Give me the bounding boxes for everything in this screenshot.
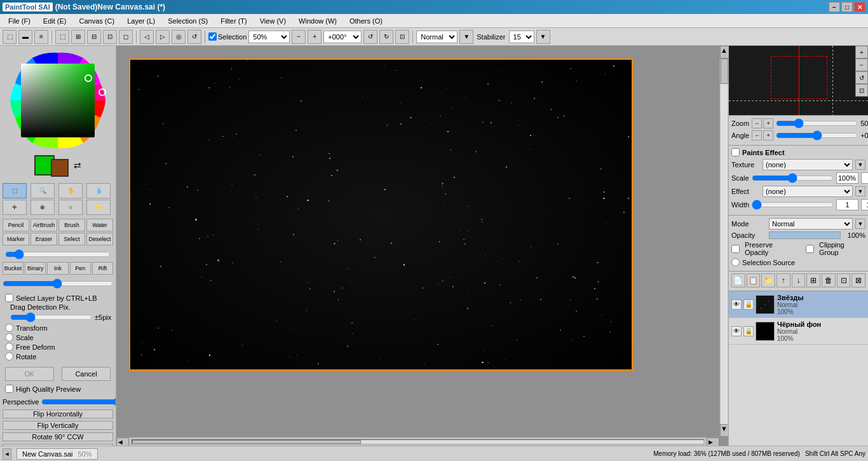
layer-item-stars[interactable]: 👁 🔒 Звёзды Normal 100% xyxy=(729,291,868,318)
marker-btn[interactable]: Marker xyxy=(3,233,29,245)
eraser-btn[interactable]: Eraser xyxy=(31,233,57,245)
pen-btn[interactable]: Pen xyxy=(70,262,91,275)
toolbar-btn-1[interactable]: ⬚ xyxy=(3,30,17,44)
nav-reset-btn[interactable]: ⊡ xyxy=(855,84,868,97)
scroll-h-track[interactable] xyxy=(132,439,704,444)
scroll-h-thumb[interactable] xyxy=(132,440,361,444)
lasso-tool-btn[interactable]: ○ xyxy=(58,200,83,215)
pencil-btn[interactable]: Pencil xyxy=(3,219,29,231)
scale-num-input[interactable]: 20 xyxy=(861,172,868,184)
canvas-tab[interactable]: New Canvas.sai 50% xyxy=(17,448,98,460)
water-btn[interactable]: Water xyxy=(86,219,113,231)
binary-btn[interactable]: Binary xyxy=(25,262,46,275)
width-slider[interactable] xyxy=(752,200,834,210)
merge-layers-btn[interactable]: ⊞ xyxy=(806,273,820,287)
toolbar-btn-7[interactable]: ⊡ xyxy=(103,30,117,44)
rotate-left-btn[interactable]: ↺ xyxy=(363,30,377,44)
rotate-radio[interactable] xyxy=(5,352,13,361)
menu-selection[interactable]: Selection (S) xyxy=(162,15,214,27)
canvas-scroll-container[interactable] xyxy=(116,46,728,446)
zoom-in-btn[interactable]: + xyxy=(763,118,773,128)
scale-slider[interactable] xyxy=(752,173,834,183)
mode-select[interactable]: Normal xyxy=(769,218,853,230)
nav-zoom-in-btn[interactable]: + xyxy=(855,46,868,58)
color-wheel[interactable] xyxy=(7,50,109,151)
layer-down-btn[interactable]: ↓ xyxy=(792,273,806,287)
zoom-out-btn[interactable]: − xyxy=(752,118,762,128)
perspective-slider[interactable] xyxy=(41,397,116,407)
brush-slider-2[interactable] xyxy=(3,279,113,289)
rotate-cw-button[interactable]: Rotate 90° CW xyxy=(3,444,113,446)
toolbar-btn-5[interactable]: ⊞ xyxy=(71,30,85,44)
width-input[interactable]: 1 xyxy=(836,199,858,210)
rotate-right-btn[interactable]: ↻ xyxy=(379,30,393,44)
rotate-ccw-button[interactable]: Rotate 90° CCW xyxy=(3,432,113,441)
reset-view-btn[interactable]: ⊡ xyxy=(395,30,409,44)
layer-lock-stars[interactable]: 🔒 xyxy=(743,299,754,310)
airbrush-btn[interactable]: AirBrush xyxy=(31,219,57,231)
angle-slider[interactable] xyxy=(776,130,858,141)
toolbar-btn-4[interactable]: ⬚ xyxy=(55,30,69,44)
toolbar-btn-12[interactable]: ↺ xyxy=(187,30,201,44)
paints-effect-checkbox[interactable] xyxy=(731,148,740,156)
status-arrow-left[interactable]: ◄ xyxy=(3,448,11,460)
swap-colors-icon[interactable]: ⇄ xyxy=(74,160,81,170)
effect-select[interactable]: (none) xyxy=(763,186,853,197)
menu-layer[interactable]: Layer (L) xyxy=(121,15,161,27)
transform-radio[interactable] xyxy=(5,324,13,332)
toolbar-btn-8[interactable]: ◻ xyxy=(119,30,133,44)
scroll-v-thumb[interactable] xyxy=(721,58,728,84)
layer-up-btn[interactable]: ↑ xyxy=(776,273,790,287)
main-canvas[interactable] xyxy=(129,58,633,371)
toolbar-btn-3[interactable]: ≡ xyxy=(34,30,48,44)
high-quality-checkbox[interactable] xyxy=(5,385,13,393)
clipping-group-checkbox[interactable] xyxy=(806,245,814,253)
toolbar-btn-10[interactable]: ▷ xyxy=(156,30,170,44)
ink-btn[interactable]: Ink xyxy=(47,262,68,275)
stabilizer-btn[interactable]: ▼ xyxy=(536,30,550,44)
layer-eye-stars[interactable]: 👁 xyxy=(731,299,742,310)
delete-layer-btn[interactable]: 🗑 xyxy=(822,273,836,287)
stabilizer-select[interactable]: 15 xyxy=(509,31,534,43)
cancel-button[interactable]: Cancel xyxy=(62,367,111,381)
scroll-right-btn[interactable]: ► xyxy=(707,437,719,446)
dropper-tool-btn[interactable]: 💧 xyxy=(86,183,111,198)
wand-tool-btn[interactable]: ⭐ xyxy=(86,200,111,215)
scroll-up-btn[interactable]: ▲ xyxy=(720,46,728,58)
menu-filter[interactable]: Filter (T) xyxy=(215,15,253,27)
select-by-ctrl-checkbox[interactable] xyxy=(5,294,13,302)
zoom-plus-btn[interactable]: + xyxy=(308,30,322,44)
new-layer-folder-btn[interactable]: 📁 xyxy=(761,273,775,287)
grab-tool-btn[interactable]: ✋ xyxy=(58,183,83,198)
scroll-v-track[interactable] xyxy=(721,58,728,424)
layer-item-bg[interactable]: 👁 🔒 Чёрный фон Normal 100% xyxy=(729,318,868,345)
toolbar-btn-11[interactable]: ◎ xyxy=(172,30,186,44)
secondary-color-swatch[interactable] xyxy=(51,159,69,177)
mode-dropdown-btn[interactable]: ▼ xyxy=(855,219,865,229)
scale-input[interactable]: 100% xyxy=(836,172,858,184)
minimize-button[interactable]: − xyxy=(829,2,840,12)
ok-button[interactable]: OK xyxy=(5,367,54,381)
restore-button[interactable]: □ xyxy=(841,2,853,12)
toolbar-btn-6[interactable]: ⊟ xyxy=(87,30,101,44)
menu-view[interactable]: View (V) xyxy=(254,15,292,27)
free-deform-radio[interactable] xyxy=(5,343,13,351)
blend-mode-select[interactable]: Normal xyxy=(416,31,458,43)
zoom-select[interactable]: 50% xyxy=(248,31,290,43)
menu-others[interactable]: Others (O) xyxy=(344,15,388,27)
move-tool-btn[interactable]: ✛ xyxy=(3,200,27,215)
menu-file[interactable]: File (F) xyxy=(3,15,36,27)
zoom-slider[interactable] xyxy=(776,118,858,128)
new-layer-btn[interactable]: 📄 xyxy=(731,273,745,287)
layer-lock-bg[interactable]: 🔒 xyxy=(743,326,754,336)
angle-left-btn[interactable]: − xyxy=(752,130,762,141)
select-tool-btn[interactable]: ⬚ xyxy=(3,183,27,198)
effect-dropdown-btn[interactable]: ▼ xyxy=(855,186,865,196)
layer-extra-btn-2[interactable]: ⊠ xyxy=(851,273,865,287)
layer-extra-btn[interactable]: ⊡ xyxy=(837,273,851,287)
layer-eye-bg[interactable]: 👁 xyxy=(731,326,742,336)
angle-right-btn[interactable]: + xyxy=(763,130,773,141)
width-num-input[interactable]: 100 xyxy=(861,199,868,210)
flip-vertical-button[interactable]: Flip Vertically xyxy=(3,421,113,430)
texture-select[interactable]: (none) xyxy=(763,159,853,170)
